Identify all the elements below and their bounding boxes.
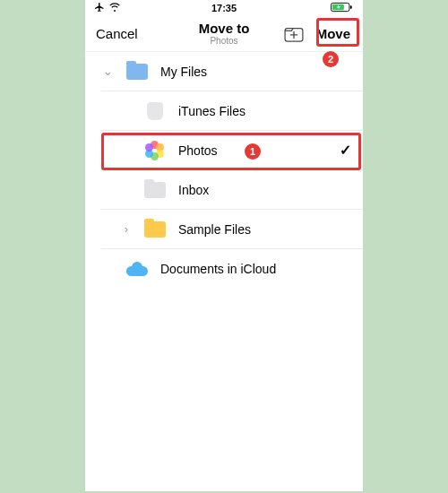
folder-row-itunes[interactable]: iTunes Files	[101, 91, 363, 131]
folder-row-inbox[interactable]: Inbox	[101, 170, 363, 210]
chevron-right-icon: ›	[125, 222, 128, 236]
folder-icon	[144, 221, 166, 238]
folder-label: Inbox	[178, 183, 354, 197]
nav-bar: Cancel Move to Photos Move	[85, 16, 363, 52]
folder-label: My Files	[160, 65, 354, 79]
airplane-mode-icon	[94, 2, 105, 14]
itunes-icon	[147, 102, 163, 120]
folder-label: Documents in iCloud	[160, 262, 354, 276]
folder-row-sample[interactable]: › Sample Files	[101, 210, 363, 249]
nav-subtitle: Photos	[199, 36, 250, 46]
battery-icon	[331, 2, 354, 14]
nav-title: Move to	[199, 22, 250, 37]
checkmark-icon: ✓	[336, 142, 354, 159]
cancel-button[interactable]: Cancel	[94, 22, 140, 45]
annotation-badge-1: 1	[245, 143, 261, 160]
folder-list: ⌄ My Files iTunes Files Photos ✓ Inbox	[85, 52, 363, 289]
new-folder-icon[interactable]	[284, 26, 304, 42]
phone-screen: 17:35 Cancel Move to Photos	[85, 0, 363, 491]
folder-label: Sample Files	[178, 222, 354, 237]
wifi-icon	[108, 2, 121, 14]
folder-label: iTunes Files	[178, 104, 354, 118]
svg-rect-1	[350, 5, 352, 9]
chevron-down-icon: ⌄	[103, 65, 113, 78]
status-left	[94, 2, 121, 14]
folder-icon	[144, 182, 166, 198]
folder-row-photos[interactable]: Photos ✓	[101, 131, 363, 170]
status-time: 17:35	[211, 3, 237, 13]
status-bar: 17:35	[85, 0, 363, 16]
folder-icon	[126, 64, 148, 80]
annotation-badge-2: 2	[323, 51, 339, 67]
cloud-icon	[126, 262, 148, 276]
photos-icon	[145, 141, 165, 160]
nav-title-group: Move to Photos	[199, 22, 250, 47]
folder-row-icloud[interactable]: Documents in iCloud	[101, 249, 363, 289]
move-button[interactable]: Move	[313, 22, 354, 45]
